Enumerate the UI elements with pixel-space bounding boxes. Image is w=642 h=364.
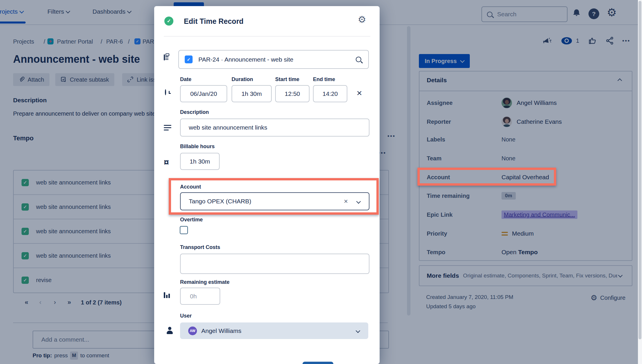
modal-title: Edit Time Record xyxy=(184,17,243,26)
user-label: User xyxy=(180,313,192,319)
issue-picker-value: PAR-24 · Announcement - web site xyxy=(198,56,293,63)
user-value: Angel Williams xyxy=(201,327,241,334)
start-time-input[interactable]: 12:50 xyxy=(275,85,310,102)
remaining-estimate-value: 0h xyxy=(190,293,197,300)
chevron-down-icon xyxy=(356,329,360,333)
user-initials-avatar: AW xyxy=(188,327,197,335)
end-time-input[interactable]: 14:20 xyxy=(313,85,347,102)
bar-chart-icon xyxy=(164,292,171,298)
save-button[interactable] xyxy=(303,362,333,364)
duration-input[interactable]: 1h 30m xyxy=(232,85,272,102)
tempo-check-icon: ✓ xyxy=(164,17,173,26)
end-time-label: End time xyxy=(313,76,335,83)
issue-search-icon[interactable] xyxy=(356,57,361,62)
remaining-estimate-input[interactable]: 0h xyxy=(180,288,220,305)
jira-issue-screen: Projects Filters Dashboards People Apps … xyxy=(0,0,642,364)
billable-hours-input[interactable]: 1h 30m xyxy=(180,153,220,170)
date-value: 06/Jan/20 xyxy=(190,90,217,97)
subtask-type-icon: ✓ xyxy=(185,55,193,63)
start-time-label: Start time xyxy=(275,76,299,83)
clipboard-icon xyxy=(164,54,165,60)
issue-picker-field[interactable]: ✓ PAR-24 · Announcement - web site xyxy=(178,50,369,69)
user-select[interactable]: AW Angel Williams xyxy=(180,322,368,339)
modal-settings-icon[interactable]: ⚙ xyxy=(358,15,366,24)
billable-hours-value: 1h 30m xyxy=(190,158,210,165)
duration-value: 1h 30m xyxy=(241,90,262,97)
text-lines-icon xyxy=(164,123,171,132)
annotation-box-account-field xyxy=(169,178,379,215)
billable-hours-label: Billable hours xyxy=(180,144,215,150)
transport-costs-label: Transport Costs xyxy=(180,244,220,250)
date-input[interactable]: 06/Jan/20 xyxy=(180,85,227,102)
worklog-description-label: Description xyxy=(180,109,209,115)
window-scrollbar-thumb[interactable] xyxy=(639,1,641,339)
start-time-value: 12:50 xyxy=(285,90,300,97)
worklog-description-input[interactable]: web site announcement links xyxy=(180,119,369,137)
clear-times-icon[interactable]: × xyxy=(357,88,362,98)
end-time-value: 14:20 xyxy=(323,90,338,97)
worklog-description-value: web site announcement links xyxy=(189,124,267,131)
duration-label: Duration xyxy=(232,76,253,83)
currency-icon: ¤ xyxy=(164,157,169,167)
modal-divider xyxy=(164,36,370,37)
transport-costs-input[interactable] xyxy=(180,254,369,274)
date-label: Date xyxy=(180,76,191,83)
annotation-box-account-row xyxy=(417,168,556,186)
overtime-label: Overtime xyxy=(180,217,203,223)
clock-icon xyxy=(165,89,166,95)
remaining-estimate-label: Remaining estimate xyxy=(180,279,230,285)
overtime-checkbox[interactable] xyxy=(180,226,188,234)
